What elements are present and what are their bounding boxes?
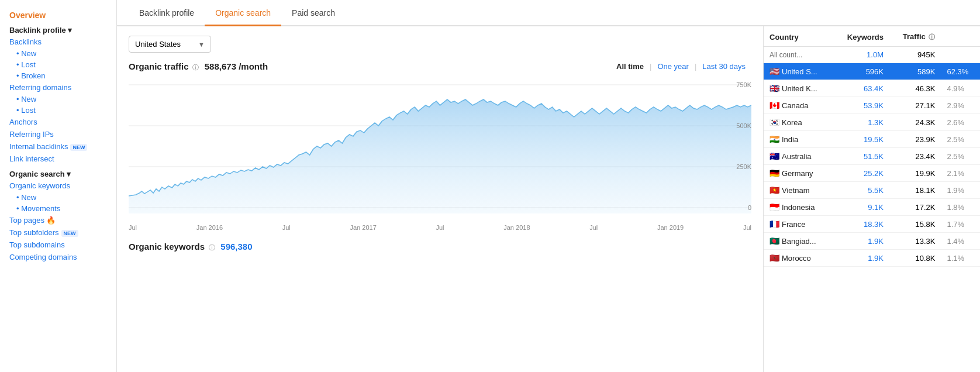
- dropdown-arrow-icon: ▼: [198, 41, 205, 48]
- traffic-info-icon[interactable]: ⓘ: [192, 64, 199, 71]
- country-row[interactable]: 🇲🇦Morocco 1.9K 10.8K 1.1%: [764, 250, 980, 267]
- new-badge: NEW: [70, 144, 87, 151]
- country-row[interactable]: 🇦🇺Australia 51.5K 23.4K 2.5%: [764, 148, 980, 165]
- country-dropdown[interactable]: United States ▼: [129, 36, 211, 53]
- country-traffic: 19.9K: [889, 165, 941, 182]
- country-pct: 2.5%: [941, 148, 980, 165]
- tab-organic-search[interactable]: Organic search: [205, 0, 281, 26]
- country-keywords[interactable]: 63.4K: [833, 80, 889, 97]
- sidebar-item-rd-new[interactable]: New: [0, 94, 116, 105]
- col-pct-header: [941, 26, 980, 47]
- country-flag-name: 🇧🇩Bangiad...: [764, 233, 833, 250]
- main-content: Backlink profile Organic search Paid sea…: [117, 0, 980, 372]
- x-label-jan2016: Jan 2016: [196, 224, 223, 231]
- sidebar-item-ok-movements[interactable]: Movements: [0, 203, 116, 214]
- sidebar-item-referring-ips[interactable]: Referring IPs: [0, 128, 116, 140]
- sidebar-item-top-pages[interactable]: Top pages🔥: [0, 214, 116, 226]
- metric-title-group: Organic traffic ⓘ 588,673 /month: [129, 61, 268, 72]
- country-keywords[interactable]: 25.2K: [833, 165, 889, 182]
- time-30-days[interactable]: Last 30 days: [696, 61, 751, 72]
- country-flag-name: 🇺🇸United S...: [764, 63, 833, 80]
- country-keywords[interactable]: 5.5K: [833, 182, 889, 199]
- country-flag-name: 🇫🇷France: [764, 216, 833, 233]
- col-traffic-header: Traffic ⓘ: [889, 26, 941, 47]
- y-label-250k: 250K: [736, 163, 751, 170]
- y-label-500k: 500K: [736, 122, 751, 129]
- country-traffic: 589K: [889, 63, 941, 80]
- sidebar-item-top-subdomains[interactable]: Top subdomains: [0, 239, 116, 251]
- keywords-value: 596,380: [220, 242, 252, 252]
- country-traffic: 23.9K: [889, 131, 941, 148]
- country-keywords[interactable]: 53.9K: [833, 97, 889, 114]
- tab-paid-search[interactable]: Paid search: [281, 0, 346, 26]
- country-row[interactable]: 🇻🇳Vietnam 5.5K 18.1K 1.9%: [764, 182, 980, 199]
- country-panel: Country Keywords Traffic ⓘ All count... …: [764, 26, 980, 372]
- country-keywords[interactable]: 51.5K: [833, 148, 889, 165]
- sidebar-organic-search-header[interactable]: Organic search ▾: [0, 165, 116, 180]
- country-row[interactable]: 🇬🇧United K... 63.4K 46.3K 4.9%: [764, 80, 980, 97]
- sidebar-item-bl-lost[interactable]: Lost: [0, 59, 116, 70]
- country-keywords[interactable]: 18.3K: [833, 216, 889, 233]
- sidebar-item-anchors[interactable]: Anchors: [0, 116, 116, 128]
- all-pct: [941, 47, 980, 63]
- sidebar-item-ok-new[interactable]: New: [0, 192, 116, 203]
- country-row[interactable]: 🇮🇩Indonesia 9.1K 17.2K 1.8%: [764, 199, 980, 216]
- x-label-jan2017: Jan 2017: [350, 224, 377, 231]
- country-keywords[interactable]: 1.3K: [833, 114, 889, 131]
- country-traffic: 23.4K: [889, 148, 941, 165]
- organic-traffic-label: Organic traffic: [129, 61, 189, 71]
- country-row[interactable]: 🇫🇷France 18.3K 15.8K 1.7%: [764, 216, 980, 233]
- country-flag-name: 🇮🇳India: [764, 131, 833, 148]
- sidebar-item-backlinks[interactable]: Backlinks: [0, 36, 116, 48]
- sidebar-overview[interactable]: Overview: [0, 7, 116, 21]
- country-pct: 1.4%: [941, 233, 980, 250]
- sidebar-item-link-intersect[interactable]: Link intersect: [0, 153, 116, 165]
- country-traffic: 13.3K: [889, 233, 941, 250]
- country-flag-name: 🇻🇳Vietnam: [764, 182, 833, 199]
- country-row[interactable]: 🇨🇦Canada 53.9K 27.1K 2.9%: [764, 97, 980, 114]
- traffic-col-info-icon[interactable]: ⓘ: [929, 33, 935, 40]
- sidebar-backlink-profile-header[interactable]: Backlink profile ▾: [0, 21, 116, 36]
- tab-backlink-profile[interactable]: Backlink profile: [129, 0, 205, 26]
- country-keywords[interactable]: 1.9K: [833, 250, 889, 267]
- sidebar-item-rd-lost[interactable]: Lost: [0, 105, 116, 116]
- y-label-750k: 750K: [736, 81, 751, 88]
- time-one-year[interactable]: One year: [651, 61, 694, 72]
- country-row[interactable]: 🇮🇳India 19.5K 23.9K 2.5%: [764, 131, 980, 148]
- chart-section: United States ▼ Organic traffic ⓘ 588,67…: [117, 26, 764, 372]
- country-traffic: 10.8K: [889, 250, 941, 267]
- country-flag-name: 🇨🇦Canada: [764, 97, 833, 114]
- sidebar-item-referring-domains[interactable]: Referring domains: [0, 81, 116, 94]
- sidebar-item-bl-new[interactable]: New: [0, 48, 116, 59]
- sidebar-item-bl-broken[interactable]: Broken: [0, 70, 116, 81]
- country-pct: 2.1%: [941, 165, 980, 182]
- country-row-all[interactable]: All count... 1.0M 945K: [764, 47, 980, 63]
- time-all-time[interactable]: All time: [610, 61, 650, 72]
- keywords-info-icon[interactable]: ⓘ: [209, 244, 215, 251]
- col-keywords-header: Keywords: [833, 26, 889, 47]
- sidebar-item-top-subfolders[interactable]: Top subfoldersNEW: [0, 226, 116, 239]
- sidebar-item-internal-backlinks[interactable]: Internal backlinksNEW: [0, 140, 116, 153]
- sidebar-item-competing-domains[interactable]: Competing domains: [0, 251, 116, 263]
- country-pct: 1.1%: [941, 250, 980, 267]
- country-traffic: 27.1K: [889, 97, 941, 114]
- country-keywords[interactable]: 1.9K: [833, 233, 889, 250]
- x-label-jan2018: Jan 2018: [503, 224, 530, 231]
- country-row[interactable]: 🇧🇩Bangiad... 1.9K 13.3K 1.4%: [764, 233, 980, 250]
- country-traffic: 18.1K: [889, 182, 941, 199]
- country-row[interactable]: 🇩🇪Germany 25.2K 19.9K 2.1%: [764, 165, 980, 182]
- country-keywords[interactable]: 9.1K: [833, 199, 889, 216]
- country-row[interactable]: 🇺🇸United S... 596K 589K 62.3%: [764, 63, 980, 80]
- country-keywords[interactable]: 596K: [833, 63, 889, 80]
- new-badge-subfolders: NEW: [61, 230, 78, 237]
- country-row[interactable]: 🇰🇷Korea 1.3K 24.3K 2.6%: [764, 114, 980, 131]
- country-flag-name: 🇲🇦Morocco: [764, 250, 833, 267]
- col-country-header: Country: [764, 26, 833, 47]
- x-label-jul5: Jul: [743, 224, 751, 231]
- country-flag-name: 🇮🇩Indonesia: [764, 199, 833, 216]
- country-traffic: 46.3K: [889, 80, 941, 97]
- time-filters: All time | One year | Last 30 days: [610, 61, 751, 72]
- sidebar-item-organic-keywords[interactable]: Organic keywords: [0, 180, 116, 192]
- country-keywords[interactable]: 19.5K: [833, 131, 889, 148]
- sidebar: Overview Backlink profile ▾ Backlinks Ne…: [0, 0, 117, 372]
